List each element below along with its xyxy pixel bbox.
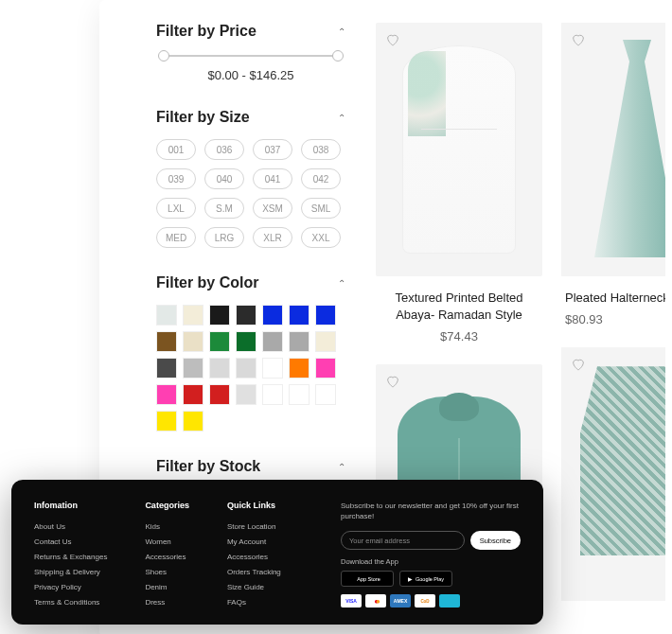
footer-heading: Infomation xyxy=(34,501,107,510)
footer-link[interactable]: Denim xyxy=(145,583,189,591)
heart-icon[interactable] xyxy=(385,32,400,47)
footer-link[interactable]: Accessories xyxy=(227,553,281,561)
price-slider-min-handle[interactable] xyxy=(158,50,169,62)
footer-link[interactable]: Shipping & Delivery xyxy=(34,568,107,576)
footer-col-information: InfomationAbout UsContact UsReturns & Ex… xyxy=(34,501,107,608)
site-footer: InfomationAbout UsContact UsReturns & Ex… xyxy=(11,480,543,625)
subscribe-button[interactable]: Subscribe xyxy=(470,531,521,550)
google-play-badge[interactable]: ▶Google Play xyxy=(399,571,452,587)
color-swatch[interactable] xyxy=(183,384,203,405)
footer-link[interactable]: Shoes xyxy=(145,568,189,576)
footer-link[interactable]: About Us xyxy=(34,522,107,531)
color-swatch[interactable] xyxy=(156,384,177,405)
chevron-up-icon[interactable]: ⌃ xyxy=(338,278,345,289)
footer-link[interactable]: FAQs xyxy=(227,598,281,607)
app-store-badge[interactable]: App Store xyxy=(341,571,394,587)
footer-link[interactable]: Returns & Exchanges xyxy=(34,553,107,561)
footer-heading: Quick Links xyxy=(227,501,281,510)
color-swatch[interactable] xyxy=(236,358,256,379)
color-swatch[interactable] xyxy=(183,358,203,379)
size-option[interactable]: XXL xyxy=(301,227,341,248)
price-range-label: $0.00 - $146.25 xyxy=(156,68,345,82)
color-swatch[interactable] xyxy=(315,358,336,379)
footer-link[interactable]: Store Location xyxy=(227,522,281,531)
payment-card-icon: CoD xyxy=(415,594,435,608)
product-price: $80.93 xyxy=(561,312,665,326)
chevron-up-icon[interactable]: ⌃ xyxy=(338,26,345,37)
color-swatch[interactable] xyxy=(315,384,336,405)
size-option[interactable]: 041 xyxy=(253,168,292,189)
color-swatch[interactable] xyxy=(183,411,203,431)
product-image[interactable] xyxy=(561,23,665,276)
filter-stock-title: Filter by Stock xyxy=(156,458,260,475)
footer-link[interactable]: Orders Tracking xyxy=(227,568,281,576)
size-option[interactable]: 037 xyxy=(253,139,292,160)
size-option[interactable]: 001 xyxy=(156,139,196,160)
size-option[interactable]: 038 xyxy=(301,139,341,160)
size-option[interactable]: XSM xyxy=(253,198,292,219)
size-option[interactable]: SML xyxy=(301,198,341,219)
payment-card-icon: AMEX xyxy=(390,594,411,608)
product-image[interactable] xyxy=(376,23,542,276)
size-option[interactable]: 036 xyxy=(204,139,244,160)
color-swatch[interactable] xyxy=(156,358,177,379)
color-swatch[interactable] xyxy=(262,358,283,379)
color-swatch[interactable] xyxy=(289,331,309,352)
footer-link[interactable]: Contact Us xyxy=(34,537,107,546)
size-option[interactable]: MED xyxy=(156,227,196,248)
size-option[interactable]: 039 xyxy=(156,168,196,189)
color-swatch[interactable] xyxy=(209,305,230,326)
color-swatch[interactable] xyxy=(236,384,256,405)
footer-link[interactable]: Terms & Conditions xyxy=(34,598,107,607)
footer-link[interactable]: Privacy Policy xyxy=(34,583,107,591)
color-swatch[interactable] xyxy=(209,331,230,352)
size-option[interactable]: S.M xyxy=(204,198,244,219)
heart-icon[interactable] xyxy=(571,357,586,372)
footer-link[interactable]: Women xyxy=(145,537,189,546)
color-swatch[interactable] xyxy=(209,384,230,405)
color-swatch[interactable] xyxy=(236,331,256,352)
color-swatch[interactable] xyxy=(262,331,283,352)
size-option[interactable]: 040 xyxy=(204,168,244,189)
filter-price: Filter by Price ⌃ $0.00 - $146.25 xyxy=(156,23,345,82)
heart-icon[interactable] xyxy=(385,374,400,389)
product-image[interactable] xyxy=(561,347,665,601)
chevron-up-icon[interactable]: ⌃ xyxy=(338,113,345,123)
color-swatch[interactable] xyxy=(315,305,336,326)
color-swatch[interactable] xyxy=(262,305,283,326)
color-swatch[interactable] xyxy=(156,305,177,326)
price-slider[interactable] xyxy=(160,55,342,57)
payment-card-icon xyxy=(439,594,460,608)
footer-link[interactable]: Size Guide xyxy=(227,583,281,591)
color-swatch[interactable] xyxy=(156,331,177,352)
size-option[interactable]: 042 xyxy=(301,168,341,189)
heart-icon[interactable] xyxy=(571,32,586,47)
color-swatch[interactable] xyxy=(289,358,309,379)
color-swatch[interactable] xyxy=(289,305,309,326)
filter-color: Filter by Color ⌃ xyxy=(156,274,345,431)
email-input[interactable] xyxy=(341,531,465,550)
filter-size-title: Filter by Size xyxy=(156,109,250,126)
size-option[interactable]: LRG xyxy=(204,227,244,248)
color-swatch[interactable] xyxy=(236,305,256,326)
product-name: Textured Printed Belted Abaya- Ramadan S… xyxy=(376,290,542,324)
color-swatch[interactable] xyxy=(315,331,336,352)
color-swatch[interactable] xyxy=(262,384,283,405)
color-swatch[interactable] xyxy=(289,384,309,405)
color-swatch[interactable] xyxy=(183,331,203,352)
product-card[interactable]: Pleated Halterneck Ramadan S $80.93 xyxy=(561,23,665,618)
chevron-up-icon[interactable]: ⌃ xyxy=(338,462,345,472)
product-name: Pleated Halterneck Ramadan S xyxy=(561,290,665,307)
download-label: Download the App xyxy=(341,557,521,566)
footer-link[interactable]: My Account xyxy=(227,537,281,546)
footer-link[interactable]: Dress xyxy=(145,598,189,607)
size-option[interactable]: LXL xyxy=(156,198,196,219)
color-swatch[interactable] xyxy=(183,305,203,326)
size-option[interactable]: XLR xyxy=(253,227,292,248)
footer-link[interactable]: Accessories xyxy=(145,553,189,561)
price-slider-max-handle[interactable] xyxy=(332,50,344,62)
filter-color-title: Filter by Color xyxy=(156,274,258,291)
color-swatch[interactable] xyxy=(156,411,177,431)
color-swatch[interactable] xyxy=(209,358,230,379)
footer-link[interactable]: Kids xyxy=(145,522,189,531)
